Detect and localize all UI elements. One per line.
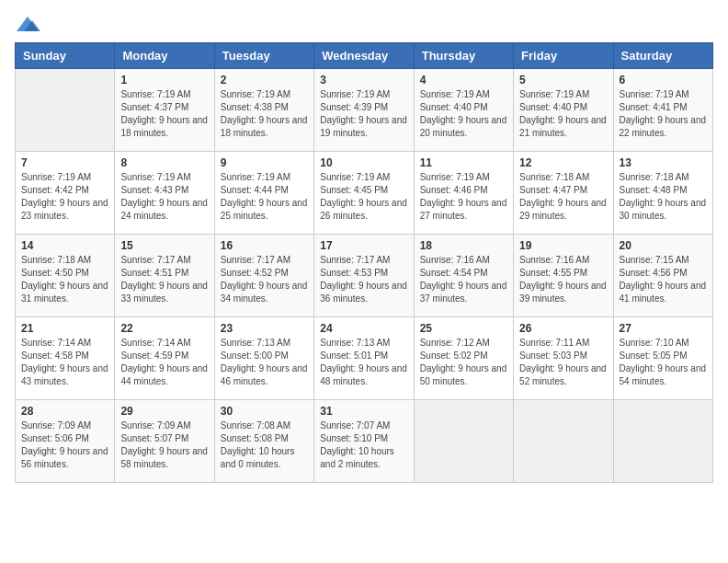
calendar-cell: 6Sunrise: 7:19 AMSunset: 4:41 PMDaylight… xyxy=(613,69,712,152)
day-number: 3 xyxy=(320,74,407,86)
calendar-week-row: 14Sunrise: 7:18 AMSunset: 4:50 PMDayligh… xyxy=(16,235,713,317)
calendar-table: SundayMondayTuesdayWednesdayThursdayFrid… xyxy=(15,42,713,483)
day-number: 21 xyxy=(21,322,108,335)
day-number: 14 xyxy=(21,239,108,252)
calendar-cell: 20Sunrise: 7:15 AMSunset: 4:56 PMDayligh… xyxy=(613,235,712,317)
day-number: 20 xyxy=(620,239,707,252)
logo-icon xyxy=(15,15,40,35)
calendar-cell: 3Sunrise: 7:19 AMSunset: 4:39 PMDaylight… xyxy=(314,69,414,152)
day-info: Sunrise: 7:19 AMSunset: 4:43 PMDaylight:… xyxy=(120,171,208,223)
weekday-header: Sunday xyxy=(16,43,115,69)
day-number: 15 xyxy=(120,239,208,252)
calendar-cell: 11Sunrise: 7:19 AMSunset: 4:46 PMDayligh… xyxy=(414,152,513,235)
logo xyxy=(15,15,44,35)
day-number: 31 xyxy=(320,405,407,418)
day-info: Sunrise: 7:14 AMSunset: 4:58 PMDaylight:… xyxy=(21,337,108,388)
calendar-cell: 21Sunrise: 7:14 AMSunset: 4:58 PMDayligh… xyxy=(16,317,115,400)
weekday-header: Monday xyxy=(115,43,214,69)
day-number: 4 xyxy=(420,74,507,86)
day-info: Sunrise: 7:18 AMSunset: 4:47 PMDaylight:… xyxy=(519,171,607,223)
calendar-cell: 22Sunrise: 7:14 AMSunset: 4:59 PMDayligh… xyxy=(115,317,214,400)
day-info: Sunrise: 7:13 AMSunset: 5:00 PMDaylight:… xyxy=(221,337,308,388)
calendar-cell: 12Sunrise: 7:18 AMSunset: 4:47 PMDayligh… xyxy=(514,152,613,235)
day-info: Sunrise: 7:17 AMSunset: 4:52 PMDaylight:… xyxy=(221,254,308,305)
day-number: 17 xyxy=(320,239,407,252)
calendar-week-row: 21Sunrise: 7:14 AMSunset: 4:58 PMDayligh… xyxy=(16,317,713,400)
calendar-cell: 1Sunrise: 7:19 AMSunset: 4:37 PMDaylight… xyxy=(115,69,214,152)
day-number: 8 xyxy=(120,156,208,169)
day-number: 7 xyxy=(21,156,108,169)
day-number: 27 xyxy=(620,322,707,335)
calendar-cell xyxy=(613,400,712,483)
day-number: 10 xyxy=(320,156,407,169)
day-info: Sunrise: 7:19 AMSunset: 4:39 PMDaylight:… xyxy=(320,88,407,140)
calendar-cell: 24Sunrise: 7:13 AMSunset: 5:01 PMDayligh… xyxy=(314,317,414,400)
day-info: Sunrise: 7:15 AMSunset: 4:56 PMDaylight:… xyxy=(620,254,707,305)
calendar-cell: 31Sunrise: 7:07 AMSunset: 5:10 PMDayligh… xyxy=(314,400,414,483)
calendar-cell: 17Sunrise: 7:17 AMSunset: 4:53 PMDayligh… xyxy=(314,235,414,317)
day-number: 13 xyxy=(620,156,707,169)
day-number: 1 xyxy=(120,74,208,86)
calendar-cell: 23Sunrise: 7:13 AMSunset: 5:00 PMDayligh… xyxy=(214,317,313,400)
calendar-cell: 25Sunrise: 7:12 AMSunset: 5:02 PMDayligh… xyxy=(414,317,513,400)
day-number: 5 xyxy=(519,74,607,86)
day-info: Sunrise: 7:09 AMSunset: 5:06 PMDaylight:… xyxy=(21,419,108,471)
day-info: Sunrise: 7:19 AMSunset: 4:38 PMDaylight:… xyxy=(221,88,308,140)
day-info: Sunrise: 7:10 AMSunset: 5:05 PMDaylight:… xyxy=(620,337,707,388)
day-number: 9 xyxy=(221,156,308,169)
calendar-cell: 9Sunrise: 7:19 AMSunset: 4:44 PMDaylight… xyxy=(214,152,313,235)
calendar-header-row: SundayMondayTuesdayWednesdayThursdayFrid… xyxy=(16,43,713,69)
day-info: Sunrise: 7:11 AMSunset: 5:03 PMDaylight:… xyxy=(519,337,607,388)
day-info: Sunrise: 7:17 AMSunset: 4:53 PMDaylight:… xyxy=(320,254,407,305)
day-info: Sunrise: 7:16 AMSunset: 4:54 PMDaylight:… xyxy=(420,254,507,305)
day-number: 23 xyxy=(221,322,308,335)
day-info: Sunrise: 7:16 AMSunset: 4:55 PMDaylight:… xyxy=(519,254,607,305)
day-info: Sunrise: 7:12 AMSunset: 5:02 PMDaylight:… xyxy=(420,337,507,388)
calendar-cell: 5Sunrise: 7:19 AMSunset: 4:40 PMDaylight… xyxy=(514,69,613,152)
calendar-cell: 15Sunrise: 7:17 AMSunset: 4:51 PMDayligh… xyxy=(115,235,214,317)
day-info: Sunrise: 7:18 AMSunset: 4:48 PMDaylight:… xyxy=(620,171,707,223)
calendar-cell: 14Sunrise: 7:18 AMSunset: 4:50 PMDayligh… xyxy=(16,235,115,317)
day-info: Sunrise: 7:19 AMSunset: 4:40 PMDaylight:… xyxy=(420,88,507,140)
day-info: Sunrise: 7:08 AMSunset: 5:08 PMDaylight:… xyxy=(221,419,308,471)
day-number: 11 xyxy=(420,156,507,169)
calendar-cell xyxy=(514,400,613,483)
calendar-cell: 13Sunrise: 7:18 AMSunset: 4:48 PMDayligh… xyxy=(613,152,712,235)
day-info: Sunrise: 7:19 AMSunset: 4:46 PMDaylight:… xyxy=(420,171,507,223)
calendar-cell: 28Sunrise: 7:09 AMSunset: 5:06 PMDayligh… xyxy=(16,400,115,483)
day-number: 28 xyxy=(21,405,108,418)
day-info: Sunrise: 7:07 AMSunset: 5:10 PMDaylight:… xyxy=(320,419,407,471)
calendar-cell: 26Sunrise: 7:11 AMSunset: 5:03 PMDayligh… xyxy=(514,317,613,400)
calendar-week-row: 7Sunrise: 7:19 AMSunset: 4:42 PMDaylight… xyxy=(16,152,713,235)
calendar-cell: 8Sunrise: 7:19 AMSunset: 4:43 PMDaylight… xyxy=(115,152,214,235)
calendar-cell: 29Sunrise: 7:09 AMSunset: 5:07 PMDayligh… xyxy=(115,400,214,483)
day-number: 25 xyxy=(420,322,507,335)
calendar-cell xyxy=(16,69,115,152)
day-info: Sunrise: 7:19 AMSunset: 4:44 PMDaylight:… xyxy=(221,171,308,223)
day-number: 18 xyxy=(420,239,507,252)
day-info: Sunrise: 7:09 AMSunset: 5:07 PMDaylight:… xyxy=(120,419,208,471)
calendar-week-row: 28Sunrise: 7:09 AMSunset: 5:06 PMDayligh… xyxy=(16,400,713,483)
day-number: 29 xyxy=(120,405,208,418)
day-info: Sunrise: 7:13 AMSunset: 5:01 PMDaylight:… xyxy=(320,337,407,388)
calendar-cell: 10Sunrise: 7:19 AMSunset: 4:45 PMDayligh… xyxy=(314,152,414,235)
day-number: 6 xyxy=(620,74,707,86)
weekday-header: Thursday xyxy=(414,43,513,69)
weekday-header: Wednesday xyxy=(314,43,414,69)
day-number: 30 xyxy=(221,405,308,418)
calendar-cell: 27Sunrise: 7:10 AMSunset: 5:05 PMDayligh… xyxy=(613,317,712,400)
day-info: Sunrise: 7:19 AMSunset: 4:41 PMDaylight:… xyxy=(620,88,707,140)
day-number: 12 xyxy=(519,156,607,169)
day-number: 19 xyxy=(519,239,607,252)
calendar-cell: 4Sunrise: 7:19 AMSunset: 4:40 PMDaylight… xyxy=(414,69,513,152)
page-header xyxy=(15,15,713,35)
calendar-cell: 2Sunrise: 7:19 AMSunset: 4:38 PMDaylight… xyxy=(214,69,313,152)
day-info: Sunrise: 7:17 AMSunset: 4:51 PMDaylight:… xyxy=(120,254,208,305)
day-number: 24 xyxy=(320,322,407,335)
calendar-week-row: 1Sunrise: 7:19 AMSunset: 4:37 PMDaylight… xyxy=(16,69,713,152)
day-info: Sunrise: 7:14 AMSunset: 4:59 PMDaylight:… xyxy=(120,337,208,388)
day-info: Sunrise: 7:19 AMSunset: 4:42 PMDaylight:… xyxy=(21,171,108,223)
day-info: Sunrise: 7:18 AMSunset: 4:50 PMDaylight:… xyxy=(21,254,108,305)
day-info: Sunrise: 7:19 AMSunset: 4:45 PMDaylight:… xyxy=(320,171,407,223)
calendar-cell: 7Sunrise: 7:19 AMSunset: 4:42 PMDaylight… xyxy=(16,152,115,235)
